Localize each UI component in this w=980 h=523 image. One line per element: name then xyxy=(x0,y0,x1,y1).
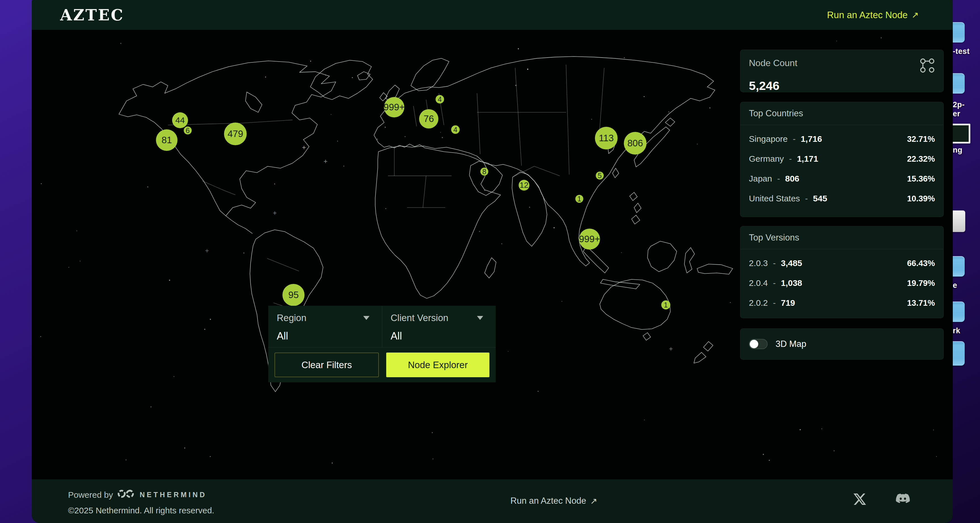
star-speck xyxy=(310,61,311,62)
map-bubble[interactable]: 44 xyxy=(172,112,188,128)
star-speck xyxy=(265,77,266,77)
star-speck xyxy=(821,429,822,429)
star-speck xyxy=(126,459,126,460)
3d-map-toggle[interactable] xyxy=(749,339,768,349)
star-speck xyxy=(76,231,77,231)
region-dropdown[interactable]: Region All xyxy=(268,306,382,347)
app-footer: Powered by NETHERMIND ©2025 Nethermind. … xyxy=(32,479,953,523)
desktop-icon-label: rk xyxy=(953,327,961,335)
external-link-icon: ↗ xyxy=(912,10,919,20)
desktop-icon-label: -test xyxy=(953,47,970,56)
star-speck xyxy=(484,190,485,191)
nethermind-wordmark[interactable]: NETHERMIND xyxy=(140,491,207,499)
star-speck xyxy=(800,429,801,430)
desktop-icon-label: er xyxy=(953,110,961,118)
map-bubble[interactable]: 4 xyxy=(451,125,460,134)
powered-by-label: Powered by xyxy=(68,490,113,500)
chevron-down-icon xyxy=(477,316,483,320)
copyright-text: ©2025 Nethermind. All rights reserved. xyxy=(68,506,215,515)
network-graph-icon[interactable] xyxy=(920,58,935,74)
star-speck xyxy=(644,96,644,97)
star-speck xyxy=(151,407,151,407)
node-count-label: Node Count xyxy=(749,58,797,69)
star-speck xyxy=(377,139,378,140)
sparkle-icon: + xyxy=(669,345,673,353)
discord-icon[interactable] xyxy=(896,494,910,506)
star-speck xyxy=(243,252,245,254)
star-speck xyxy=(147,187,148,188)
star-speck xyxy=(432,432,433,433)
star-speck xyxy=(836,41,837,41)
sparkle-icon: + xyxy=(323,158,328,165)
star-speck xyxy=(624,57,625,58)
map-bubble[interactable]: 95 xyxy=(282,284,305,306)
country-row: Japan - 806 15.36% xyxy=(740,169,943,189)
star-speck xyxy=(331,114,331,115)
map-bubble[interactable]: 113 xyxy=(595,127,617,150)
aztec-logo: AZTEC xyxy=(60,6,124,24)
star-speck xyxy=(405,136,406,137)
star-speck xyxy=(337,141,338,142)
star-speck xyxy=(68,267,69,268)
star-speck xyxy=(933,430,934,430)
app-window: AZTEC Run an Aztec Node ↗ xyxy=(32,0,953,523)
star-speck xyxy=(385,208,386,209)
top-versions-card: Top Versions 2.0.3 - 3,485 66.43% 2.0.4 … xyxy=(740,226,944,318)
star-speck xyxy=(40,336,41,337)
star-speck xyxy=(274,183,275,184)
chevron-down-icon xyxy=(363,316,369,320)
external-link-icon: ↗ xyxy=(590,496,597,506)
star-speck xyxy=(591,119,592,120)
star-speck xyxy=(881,37,881,38)
node-explorer-button[interactable]: Node Explorer xyxy=(386,352,490,377)
sparkle-icon: + xyxy=(302,144,306,151)
footer-run-node-link[interactable]: Run an Aztec Node ↗ xyxy=(511,496,597,506)
star-speck xyxy=(204,329,205,330)
map-bubble[interactable]: 999+ xyxy=(579,229,600,250)
country-row: United States - 545 10.39% xyxy=(740,189,943,209)
node-count-value: 5,246 xyxy=(749,79,935,93)
star-speck xyxy=(80,261,81,262)
star-speck xyxy=(479,231,480,232)
sparkle-icon: + xyxy=(273,209,277,217)
star-speck xyxy=(385,127,386,128)
map-3d-card: 3D Map xyxy=(740,328,944,360)
x-twitter-icon[interactable] xyxy=(854,493,866,507)
map-bubble[interactable]: 1 xyxy=(575,195,583,203)
star-speck xyxy=(515,85,516,86)
client-version-dropdown[interactable]: Client Version All xyxy=(382,306,496,347)
desktop-icon-strip: -test 2p- er ng e rk xyxy=(953,0,980,523)
map-bubble[interactable]: 81 xyxy=(156,129,178,151)
star-speck xyxy=(210,456,211,457)
desktop-icon-label: e xyxy=(953,281,957,290)
star-speck xyxy=(440,132,441,133)
filter-panel: Region All Client Version All Clear Filt… xyxy=(268,306,496,382)
desktop-icon-label: 2p- xyxy=(953,100,965,109)
run-aztec-node-label: Run an Aztec Node xyxy=(827,10,908,21)
map-bubble[interactable]: 1 xyxy=(661,300,670,309)
star-speck xyxy=(210,319,211,320)
map-bubble[interactable]: 479 xyxy=(224,123,247,145)
map-bubble[interactable]: 12 xyxy=(519,180,530,191)
clear-filters-button[interactable]: Clear Filters xyxy=(275,352,379,377)
map-bubble[interactable]: 76 xyxy=(419,109,438,129)
star-speck xyxy=(562,301,562,302)
nethermind-logo-icon xyxy=(118,489,135,501)
star-speck xyxy=(644,419,645,420)
star-speck xyxy=(697,144,698,144)
star-speck xyxy=(710,107,710,108)
app-header: AZTEC Run an Aztec Node ↗ xyxy=(32,0,953,30)
map-bubble[interactable]: 5 xyxy=(596,172,604,180)
map-bubble[interactable]: 999+ xyxy=(384,97,404,117)
map-bubble[interactable]: 4 xyxy=(436,95,444,104)
star-speck xyxy=(344,166,344,166)
map-bubble[interactable]: 8 xyxy=(480,167,488,175)
version-row: 2.0.3 - 3,485 66.43% xyxy=(740,253,943,273)
star-speck xyxy=(41,183,42,184)
map-bubble[interactable]: 6 xyxy=(184,126,192,134)
run-aztec-node-link[interactable]: Run an Aztec Node ↗ xyxy=(827,10,919,21)
region-value: All xyxy=(277,330,374,342)
star-speck xyxy=(184,448,185,448)
map-bubble[interactable]: 806 xyxy=(624,132,646,155)
toggle-knob xyxy=(750,340,758,348)
